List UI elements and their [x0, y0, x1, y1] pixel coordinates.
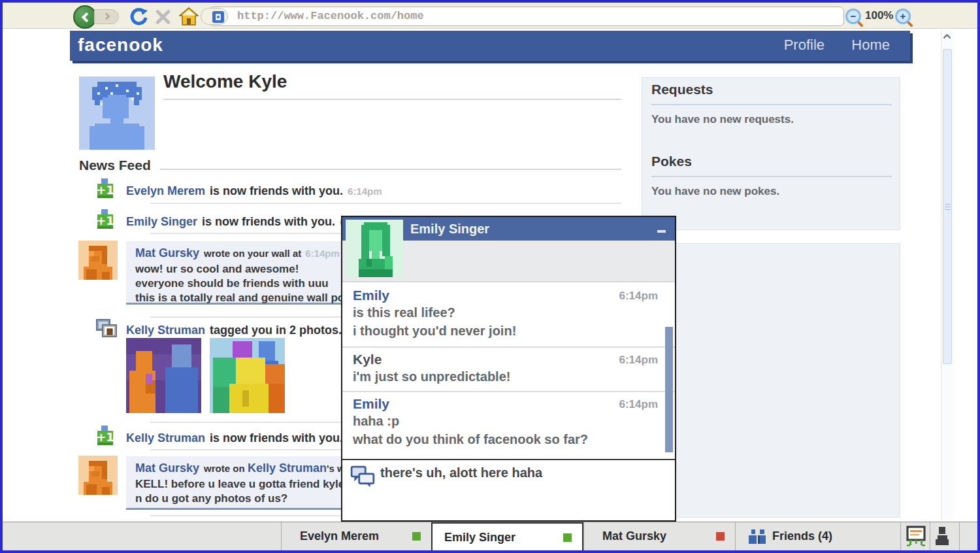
profile-link[interactable]: Mat Gursky	[135, 246, 199, 260]
chat-message: Emily 6:14pm is this real lifee? i thoug…	[342, 284, 675, 346]
page-title: Welcome Kyle	[163, 71, 287, 92]
chat-bubbles-icon	[350, 465, 375, 488]
forward-button[interactable]	[94, 9, 119, 24]
back-arrow-icon	[82, 12, 92, 23]
chat-message: Kyle 6:14pm i'm just so unpredictable!	[342, 348, 675, 391]
profile-link[interactable]: Evelyn Merem	[126, 184, 205, 197]
busy-status-icon	[716, 532, 725, 541]
requests-title: Requests	[651, 82, 713, 97]
sidebar-panel	[642, 243, 900, 518]
chat-message-list: Emily 6:14pm is this real lifee? i thoug…	[342, 284, 675, 459]
message-text: is this real lifee?	[353, 303, 658, 322]
url-text[interactable]: http://www.Facenook.com/home	[237, 7, 424, 25]
chat-scrollbar-thumb[interactable]	[665, 327, 673, 452]
easel-display-icon	[905, 526, 927, 549]
timestamp: 6:14pm	[348, 186, 382, 197]
message-text: what do you think of facenook so far?	[353, 430, 658, 448]
message-sender: Emily	[353, 396, 389, 411]
feed-item: Kelly Strumanis now friends with you.6:0	[126, 428, 362, 448]
svg-text:+1: +1	[96, 214, 114, 227]
profile-link[interactable]: Mat Gursky	[135, 461, 199, 475]
feed-item: Emily Singeris now friends with you.6:14…	[126, 212, 365, 231]
requests-empty-text: You have no new requests.	[651, 113, 794, 126]
emily-avatar	[346, 220, 403, 277]
chat-input-text[interactable]: there's uh, alott here haha	[380, 465, 542, 480]
tagged-photo-1[interactable]	[126, 338, 201, 413]
forward-arrow-icon	[103, 12, 110, 20]
friend-added-icon: +1	[95, 178, 116, 202]
page-scrollbar-thumb[interactable]	[943, 49, 952, 364]
mat-avatar	[78, 456, 118, 495]
message-time: 6:14pm	[619, 290, 658, 303]
url-bar[interactable]: http://www.Facenook.com/home	[209, 7, 844, 26]
friend-added-icon: +1	[95, 209, 116, 233]
home-icon	[179, 7, 199, 25]
message-sender: Emily	[353, 288, 389, 303]
site-logo[interactable]: facenook	[78, 35, 163, 56]
requests-panel: Requests You have no new requests. Pokes…	[642, 77, 900, 230]
back-button[interactable]	[73, 5, 97, 29]
zoom-out-button[interactable]: −	[845, 8, 861, 24]
profile-link[interactable]: Kelly Struman	[126, 431, 205, 444]
profile-avatar	[79, 76, 155, 150]
page-lock-icon	[212, 11, 224, 23]
profile-link[interactable]: Kelly Struman	[248, 461, 327, 475]
divider	[651, 176, 892, 177]
chat-input-area[interactable]: there's uh, alott here haha	[342, 460, 675, 520]
friends-list-tab[interactable]: Friends (4)	[735, 522, 900, 550]
my-status-button[interactable]	[930, 522, 959, 550]
minimize-icon[interactable]	[657, 230, 666, 233]
display-settings-button[interactable]	[900, 522, 930, 550]
feed-item: Kelly Strumantagged you in 2 photos.6:10	[126, 320, 366, 340]
friend-added-icon: +1	[95, 426, 116, 449]
zoom-out-icon: −	[851, 10, 857, 22]
chat-window: Emily Singer Emily 6:14pm is this real l…	[341, 216, 676, 522]
zoom-in-button[interactable]: +	[895, 8, 911, 24]
stop-button[interactable]	[154, 8, 171, 25]
message-text: i'm just so unpredictable!	[353, 367, 658, 386]
profile-link[interactable]: Kelly Struman	[126, 324, 205, 337]
profile-link[interactable]: Emily Singer	[126, 215, 197, 228]
pokes-empty-text: You have no new pokes.	[651, 185, 779, 198]
nav-profile-link[interactable]: Profile	[784, 37, 825, 54]
nav-home-link[interactable]: Home	[851, 37, 890, 54]
timestamp: 6:14pm	[305, 248, 340, 259]
site-identity-capsule[interactable]	[201, 8, 228, 25]
message-time: 6:14pm	[619, 398, 658, 411]
divider	[150, 203, 621, 204]
page-scrollbar[interactable]	[941, 31, 953, 520]
message-sender: Kyle	[353, 352, 382, 367]
kyle-avatar-icon	[79, 76, 155, 150]
divider	[160, 169, 621, 170]
browser-toolbar: http://www.Facenook.com/home − 100% +	[3, 3, 977, 29]
online-status-icon	[563, 533, 572, 542]
chat-title: Emily Singer	[410, 217, 489, 241]
divider	[959, 522, 960, 550]
friends-icon	[747, 529, 767, 548]
svg-text:+1: +1	[96, 183, 114, 197]
refresh-icon	[129, 7, 148, 25]
chat-message: Emily 6:14pm haha :p what do you think o…	[342, 392, 675, 459]
news-feed-title: News Feed	[79, 158, 151, 173]
message-time: 6:14pm	[619, 354, 658, 367]
mat-avatar	[78, 241, 118, 280]
person-status-icon	[933, 527, 950, 548]
photos-icon	[95, 318, 118, 341]
zoom-level: 100%	[865, 9, 893, 22]
zoom-in-icon: +	[900, 10, 906, 22]
chat-tab-mat[interactable]: Mat Gursky	[583, 522, 735, 550]
site-header: facenook Profile Home	[70, 31, 910, 61]
message-text: i thought you'd never join!	[353, 322, 658, 340]
home-button[interactable]	[179, 7, 199, 25]
feed-item: Evelyn Meremis now friends with you.6:14…	[126, 181, 382, 201]
chat-tab-evelyn[interactable]: Evelyn Merem	[281, 522, 431, 550]
svg-text:+1: +1	[96, 430, 114, 444]
refresh-button[interactable]	[129, 7, 148, 25]
online-status-icon	[412, 532, 421, 541]
chat-tab-emily[interactable]: Emily Singer	[431, 522, 583, 550]
divider	[163, 99, 621, 100]
pokes-title: Pokes	[651, 154, 692, 169]
scroll-up-icon[interactable]	[943, 33, 951, 42]
tagged-photo-2[interactable]	[210, 338, 285, 413]
divider	[651, 104, 892, 105]
